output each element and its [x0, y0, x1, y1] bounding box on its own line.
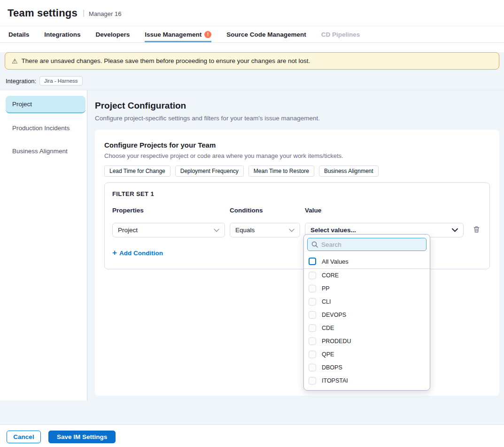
content-area: ⚠ There are unsaved changes. Please save…	[0, 52, 504, 424]
tab-label: CD Pipelines	[321, 31, 360, 38]
tab-bar: Details Integrations Developers Issue Ma…	[0, 26, 504, 43]
chevron-down-icon	[289, 228, 295, 232]
checkbox[interactable]	[309, 311, 316, 319]
unsaved-changes-badge: !	[204, 31, 211, 38]
option-label: QPE	[322, 351, 334, 358]
checkbox[interactable]	[309, 351, 316, 358]
sidebar-item-label: Production Incidents	[12, 125, 70, 132]
tab-label: Source Code Management	[226, 31, 306, 38]
column-label-value: Value	[305, 207, 464, 214]
search-icon	[311, 241, 318, 248]
checkbox[interactable]	[309, 390, 316, 391]
chevron-down-icon	[214, 228, 219, 232]
chevron-down-icon	[452, 228, 458, 232]
sidebar-item-label: Business Alignment	[12, 148, 68, 155]
option-pipe[interactable]: PIPE	[304, 387, 430, 391]
checkbox[interactable]	[309, 324, 316, 332]
banner-text: There are unsaved changes. Please save t…	[22, 57, 310, 64]
plus-icon: +	[112, 249, 117, 258]
integration-chip[interactable]: Jira - Harness	[39, 76, 83, 86]
integration-row: Integration: Jira - Harness	[0, 76, 504, 90]
integration-label: Integration:	[6, 78, 36, 85]
chip-business-alignment: Business Alignment	[319, 165, 379, 177]
tab-label: Developers	[96, 31, 130, 38]
option-dbops[interactable]: DBOPS	[304, 361, 430, 374]
card-subtitle: Choose your respective project or code a…	[104, 152, 490, 159]
option-devops[interactable]: DEVOPS	[304, 308, 430, 322]
option-label: DBOPS	[322, 364, 342, 371]
delete-filter-button[interactable]	[468, 226, 484, 235]
tab-issue-management[interactable]: Issue Management !	[145, 26, 211, 42]
chip-lead-time-for-change: Lead Time for Change	[104, 165, 171, 177]
settings-sidebar: Project Production Incidents Business Al…	[0, 90, 87, 400]
option-label: DEVOPS	[322, 312, 346, 318]
footer-action-bar: Cancel Save IM Settings	[0, 424, 504, 447]
title-separator: |	[83, 9, 85, 17]
option-prodedu[interactable]: PRODEDU	[304, 335, 430, 348]
value-select-dropdown: All Values CORE PP CLI DEVOPS CDE PRODED…	[303, 234, 430, 391]
option-label: CDE	[322, 325, 334, 331]
option-itopstai[interactable]: ITOPSTAI	[304, 374, 430, 387]
sidebar-item-project[interactable]: Project	[6, 96, 85, 113]
card-title: Configure Projects for your Team	[104, 141, 490, 149]
tab-details[interactable]: Details	[8, 26, 29, 42]
save-im-settings-button[interactable]: Save IM Settings	[48, 431, 116, 443]
checkbox[interactable]	[309, 285, 316, 292]
checkbox-all-values[interactable]	[309, 258, 316, 265]
option-pp[interactable]: PP	[304, 282, 430, 295]
option-qpe[interactable]: QPE	[304, 348, 430, 361]
checkbox[interactable]	[309, 298, 316, 306]
search-input[interactable]	[321, 241, 422, 248]
section-subtitle: Configure project-specific settings and …	[95, 115, 499, 122]
section-title: Project Configuration	[95, 101, 499, 111]
option-all-values[interactable]: All Values	[304, 254, 430, 269]
tab-source-code-management[interactable]: Source Code Management	[226, 26, 306, 42]
unsaved-changes-banner: ⚠ There are unsaved changes. Please save…	[5, 52, 499, 70]
checkbox[interactable]	[309, 272, 316, 279]
tab-label: Issue Management	[145, 31, 202, 38]
chip-mean-time-to-restore: Mean Time to Restore	[248, 165, 314, 177]
chip-deployment-frequency: Deployment Frequency	[175, 165, 244, 177]
add-condition-label: Add Condition	[119, 250, 163, 257]
page-title: Team settings	[8, 7, 78, 19]
settings-body: Project Production Incidents Business Al…	[0, 90, 504, 400]
sidebar-item-production-incidents[interactable]: Production Incidents	[6, 120, 85, 136]
tab-integrations[interactable]: Integrations	[44, 26, 80, 42]
option-cde[interactable]: CDE	[304, 322, 430, 335]
property-select[interactable]: Project	[112, 223, 225, 237]
option-label: PRODEDU	[322, 338, 351, 345]
metric-chip-row: Lead Time for Change Deployment Frequenc…	[104, 165, 490, 177]
condition-select-value: Equals	[235, 227, 255, 234]
cancel-button[interactable]: Cancel	[7, 431, 41, 443]
condition-select[interactable]: Equals	[230, 223, 300, 237]
option-label: PP	[322, 285, 330, 292]
property-select-value: Project	[118, 227, 138, 234]
option-core[interactable]: CORE	[304, 269, 430, 282]
add-condition-button[interactable]: + Add Condition	[112, 249, 163, 258]
checkbox[interactable]	[309, 337, 316, 345]
dropdown-search-box[interactable]	[307, 238, 426, 251]
option-label: All Values	[322, 258, 349, 265]
option-label: ITOPSTAI	[322, 377, 348, 384]
column-label-properties: Properties	[112, 207, 225, 214]
option-cli[interactable]: CLI	[304, 295, 430, 308]
tab-label: Integrations	[44, 31, 80, 38]
option-label: CLI	[322, 298, 331, 305]
option-label: CORE	[322, 272, 339, 279]
sidebar-item-label: Project	[12, 101, 32, 108]
filter-grid: Properties Conditions Value Project Equa…	[112, 207, 482, 237]
main-panel: Project Configuration Configure project-…	[87, 90, 504, 400]
checkbox[interactable]	[309, 377, 316, 384]
page-subtitle: Manager 16	[89, 9, 121, 17]
tab-developers[interactable]: Developers	[96, 26, 130, 42]
column-label-conditions: Conditions	[230, 207, 300, 214]
trash-icon	[473, 226, 480, 235]
page-header: Team settings | Manager 16	[0, 0, 504, 26]
checkbox[interactable]	[309, 364, 316, 371]
filter-set-panel: FILTER SET 1 Properties Conditions Value…	[104, 182, 490, 269]
filter-set-title: FILTER SET 1	[112, 190, 482, 197]
sidebar-item-business-alignment[interactable]: Business Alignment	[6, 143, 85, 159]
value-select-placeholder: Select values...	[310, 227, 356, 234]
dropdown-search-wrap	[304, 235, 430, 254]
bottom-spacer	[0, 400, 504, 424]
